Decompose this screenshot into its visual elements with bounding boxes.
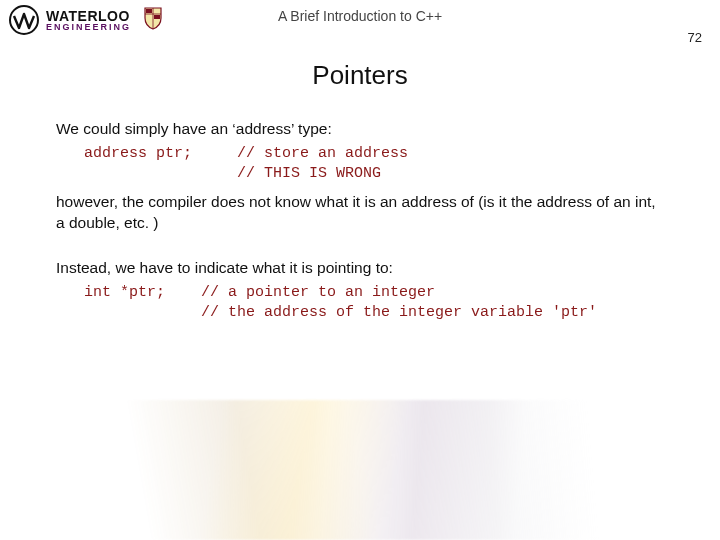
header: WATERLOO ENGINEERING A Brief Introductio…	[0, 0, 720, 46]
slide-title: Pointers	[0, 60, 720, 91]
code-block-1: address ptr; // store an address // THIS…	[84, 144, 664, 185]
document-subtitle: A Brief Introduction to C++	[0, 8, 720, 24]
paragraph-2: however, the compiler does not know what…	[56, 192, 664, 234]
page-number: 72	[688, 30, 702, 45]
background-art	[0, 400, 720, 540]
code-block-2: int *ptr; // a pointer to an integer // …	[84, 283, 664, 324]
paragraph-1: We could simply have an ‘address’ type:	[56, 119, 664, 140]
paragraph-3: Instead, we have to indicate what it is …	[56, 258, 664, 279]
slide-body: We could simply have an ‘address’ type: …	[0, 119, 720, 324]
